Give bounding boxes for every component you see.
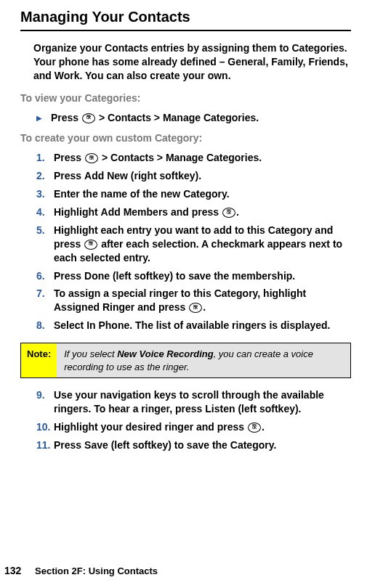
view-categories-heading: To view your Categories: [20,91,351,105]
step-text: Press Save (left softkey) to save the Ca… [54,438,351,452]
menu-ok-key-icon [84,240,97,250]
page-footer: 132 Section 2F: Using Contacts [0,564,158,578]
step-number: 11. [36,438,54,452]
step-number: 6. [36,269,54,283]
t: and press [134,301,188,313]
note-box: Note: If you select New Voice Recording,… [20,343,351,378]
step-number: 5. [36,224,54,265]
step-8: 8. Select In Phone. The list of availabl… [36,319,351,332]
section-label: Section 2F: Using Contacts [35,565,158,578]
step-text: Highlight each entry you want to add to … [54,224,351,265]
t: Assigned Ringer [54,301,134,313]
step-text: Highlight Add Members and press . [54,205,351,219]
t: Press [54,170,84,181]
step-text: Press > Contacts > Manage Categories. [54,151,351,165]
step-9: 9. Use your navigation keys to scroll th… [36,388,351,416]
contacts-label: Contacts [108,112,151,123]
t: after each selection. A checkmark appear… [54,238,342,264]
t: Add Members [101,206,169,218]
page-title: Managing Your Contacts [20,7,351,27]
t: Contacts [110,152,154,163]
t: . [236,206,239,218]
note-body: If you select New Voice Recording, you c… [57,343,350,377]
t: To assign a special ringer to this Categ… [54,287,306,299]
step-1: 1. Press > Contacts > Manage Categories. [36,151,351,165]
t: . [203,301,206,313]
step-6: 6. Press Done (left softkey) to save the… [36,269,351,283]
gt1: > [96,112,108,123]
note-label: Note: [21,343,57,377]
t: Highlight your desired ringer and press [54,421,247,433]
create-category-heading: To create your own custom Category: [20,131,351,145]
step-number: 7. [36,287,54,314]
t: Select [54,319,86,331]
step-2: 2. Press Add New (right softkey). [36,169,351,183]
step-number: 3. [36,187,54,201]
period: . [256,112,259,123]
t: (left softkey) to save the membership. [110,270,295,282]
page-number: 132 [0,564,35,578]
step-number: 4. [36,205,54,219]
t: Save [84,439,108,451]
t: . [259,152,262,163]
step-text: Use your navigation keys to scroll throu… [54,388,351,416]
t: . The list of available ringers is displ… [129,319,330,331]
t: Listen [205,403,235,415]
step-text: Press Done (left softkey) to save the me… [54,269,351,283]
t: Press [54,152,84,163]
t: and press [168,206,222,218]
step-11: 11. Press Save (left softkey) to save th… [36,438,351,452]
step-7: 7. To assign a special ringer to this Ca… [36,287,351,314]
step-5: 5. Highlight each entry you want to add … [36,224,351,265]
t: Done [84,270,110,282]
manage-categories-label: Manage Categories [163,112,256,123]
t: (right softkey). [128,170,201,181]
step-4: 4. Highlight Add Members and press . [36,205,351,219]
menu-ok-key-icon [222,208,235,218]
t: > [154,152,166,163]
menu-ok-key-icon [82,113,95,123]
step-text: Press Add New (right softkey). [54,169,351,183]
step-number: 8. [36,319,54,332]
step-3: 3. Enter the name of the new Category. [36,187,351,201]
t: (left softkey). [235,403,302,415]
t: Add New [84,170,128,181]
step-text: Enter the name of the new Category. [54,187,351,201]
t: (left softkey) to save the Category. [108,439,277,451]
menu-ok-key-icon [189,303,202,313]
gt2: > [151,112,163,123]
step-text: To assign a special ringer to this Categ… [54,287,351,314]
menu-ok-key-icon [85,153,98,163]
t: Highlight [54,206,101,218]
step-number: 1. [36,151,54,165]
step-text: Highlight your desired ringer and press … [54,420,351,434]
text-press: Press [51,112,81,123]
title-rule [20,30,351,31]
step-number: 9. [36,388,54,416]
step-text: Select In Phone. The list of available r… [54,319,351,332]
view-step-row: ▶ Press > Contacts > Manage Categories. [36,111,351,125]
view-step-text: Press > Contacts > Manage Categories. [51,111,259,125]
t: Press [54,439,84,451]
t: . [262,421,265,433]
intro-paragraph: Organize your Contacts entries by assign… [33,41,351,83]
t: If you select [64,348,117,359]
step-10: 10. Highlight your desired ringer and pr… [36,420,351,434]
t: In Phone [86,319,129,331]
triangle-bullet-icon: ▶ [36,111,51,125]
t: Manage Categories [166,152,259,163]
t: Press [54,270,84,282]
step-number: 2. [36,169,54,183]
menu-ok-key-icon [248,422,261,433]
t: New Voice Recording [117,348,213,359]
t: > [99,152,110,163]
step-number: 10. [36,420,54,434]
